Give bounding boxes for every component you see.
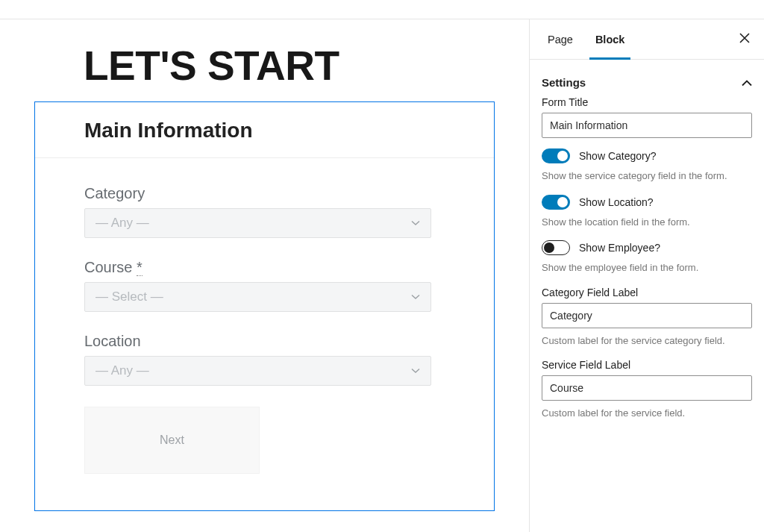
show-employee-help: Show the employee field in the form. (542, 261, 752, 275)
control-show-employee: Show Employee? (542, 240, 752, 255)
category-field-label-label: Category Field Label (542, 287, 752, 298)
show-location-toggle[interactable] (542, 195, 570, 210)
control-category-field-label: Category Field Label (542, 287, 752, 328)
service-select[interactable]: — Select — (84, 282, 431, 312)
settings-panel: Settings Form Title Show Category? Show … (530, 60, 764, 435)
settings-panel-header[interactable]: Settings (542, 70, 752, 96)
form-body: Category — Any — Course * — Select — (35, 158, 494, 496)
category-select[interactable]: — Any — (84, 208, 431, 238)
form-block-selected[interactable]: Main Information Category — Any — Course… (34, 101, 495, 511)
service-field-label-help: Custom label for the service field. (542, 407, 752, 420)
chevron-down-icon (411, 292, 420, 301)
tab-block[interactable]: Block (589, 19, 631, 59)
show-category-help: Show the service category field in the f… (542, 169, 752, 183)
chevron-down-icon (411, 366, 420, 375)
show-location-label: Show Location? (579, 196, 654, 208)
field-category-label: Category (84, 185, 445, 202)
location-select[interactable]: — Any — (84, 356, 431, 386)
service-field-label-input[interactable] (542, 375, 752, 401)
show-location-help: Show the location field in the form. (542, 216, 752, 229)
form-title: Main Information (35, 102, 494, 158)
required-icon: * (137, 259, 143, 276)
top-toolbar (0, 0, 764, 19)
control-service-field-label: Service Field Label (542, 359, 752, 401)
control-show-location: Show Location? (542, 195, 752, 210)
field-service-label: Course * (84, 259, 445, 276)
field-location-label: Location (84, 333, 445, 350)
close-sidebar-button[interactable] (733, 28, 757, 51)
control-show-category: Show Category? (542, 148, 752, 163)
settings-sidebar: Page Block Settings Form Title (529, 19, 764, 532)
field-category: Category — Any — (84, 185, 445, 238)
show-category-label: Show Category? (579, 150, 657, 162)
field-location: Location — Any — (84, 333, 445, 386)
page-title[interactable]: LET'S START (84, 42, 529, 90)
settings-panel-title: Settings (542, 76, 586, 89)
category-field-label-help: Custom label for the service category fi… (542, 334, 752, 348)
tab-page[interactable]: Page (542, 19, 579, 59)
form-title-input[interactable] (542, 113, 752, 138)
control-form-title: Form Title (542, 96, 752, 138)
next-button[interactable]: Next (84, 407, 260, 474)
chevron-down-icon (411, 219, 420, 228)
close-icon (739, 31, 750, 47)
location-select-value: — Any — (96, 363, 149, 378)
service-field-label-label: Service Field Label (542, 359, 752, 371)
service-select-value: — Select — (96, 290, 163, 304)
show-category-toggle[interactable] (542, 148, 570, 163)
editor-canvas: LET'S START Main Information Category — … (0, 19, 529, 532)
show-employee-toggle[interactable] (542, 240, 570, 255)
settings-panel-body: Form Title Show Category? Show the servi… (542, 96, 752, 420)
form-title-label: Form Title (542, 96, 752, 108)
field-service: Course * — Select — (84, 259, 445, 312)
show-employee-label: Show Employee? (579, 242, 660, 254)
category-field-label-input[interactable] (542, 303, 752, 328)
chevron-up-icon (742, 76, 752, 89)
sidebar-tabs: Page Block (530, 19, 764, 60)
category-select-value: — Any — (96, 216, 149, 231)
